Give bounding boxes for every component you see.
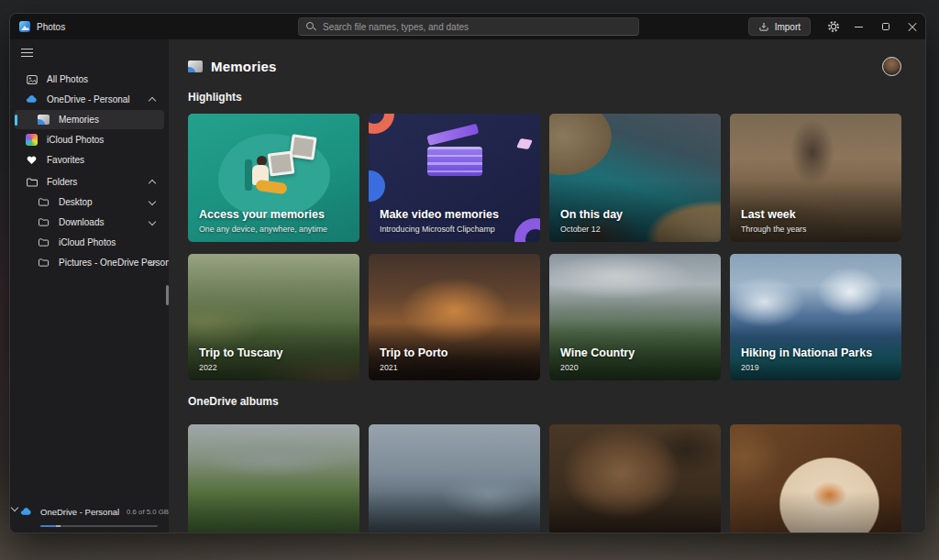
card-caption: Trip to Porto 2021 (380, 346, 531, 372)
card-camping-in-connemara[interactable]: Camping in Connemara (188, 424, 359, 533)
sidebar-item-icloud-photos[interactable]: iCloud Photos (15, 130, 164, 149)
close-button[interactable] (899, 14, 925, 39)
desktop-background: Photos Import (0, 0, 939, 560)
card-subtitle: 2021 (380, 363, 531, 372)
chevron-down-icon[interactable] (148, 199, 155, 206)
illustration-photo (268, 150, 295, 176)
card-gradient-overlay (369, 424, 540, 533)
all-photos-icon (25, 72, 39, 86)
window-body: All Photos OneDrive - Personal Memories (10, 39, 925, 533)
card-hiking-national-parks[interactable]: Hiking in National Parks 2019 (730, 254, 901, 380)
folder-icon (37, 195, 50, 209)
illustration-arc (369, 114, 394, 134)
card-title: Trip to Porto (380, 346, 531, 359)
storage-usage-text: 0.6 of 5.0 GB (127, 508, 169, 516)
card-title: Camping in Connemara (199, 532, 350, 533)
chevron-up-icon[interactable] (148, 96, 155, 104)
chevron-down-icon[interactable] (148, 259, 155, 267)
sidebar-item-label: Folders (47, 177, 77, 187)
chevron-down-icon[interactable] (148, 219, 155, 226)
search-box[interactable] (298, 17, 639, 36)
card-caption: Access your memories One any device, any… (199, 208, 350, 234)
close-icon (908, 22, 917, 31)
app-title: Photos (37, 22, 65, 32)
card-subtitle: One any device, anywhere, anytime (199, 225, 350, 234)
card-on-this-day[interactable]: On this day October 12 (549, 114, 721, 242)
hamburger-menu-icon[interactable] (21, 49, 33, 57)
sidebar-item-label: Desktop (59, 197, 93, 207)
card-food-pics[interactable]: Food Pics (730, 424, 901, 533)
import-button[interactable]: Import (748, 17, 811, 36)
card-title: Access your memories (199, 208, 350, 221)
maximize-icon (882, 23, 889, 30)
highlights-heading: Highlights (188, 91, 901, 104)
sidebar: All Photos OneDrive - Personal Memories (10, 39, 169, 533)
import-label: Import (775, 22, 801, 32)
card-trip-to-tuscany[interactable]: Trip to Tuscany 2022 (188, 254, 359, 380)
sidebar-item-favorites[interactable]: Favorites (15, 150, 164, 170)
sidebar-item-label: Pictures - OneDrive Personal (59, 258, 178, 268)
storage-account-label: OneDrive - Personal (40, 507, 119, 517)
page-title: Memories (211, 59, 277, 74)
selection-indicator (15, 115, 17, 126)
card-gradient-overlay (730, 424, 901, 533)
sidebar-item-label: iCloud Photos (47, 135, 104, 145)
chevron-up-icon[interactable] (148, 179, 155, 186)
storage-meter[interactable]: OneDrive - Personal 0.6 of 5.0 GB (10, 505, 169, 528)
search-icon (306, 22, 316, 32)
storage-progress-bar (40, 525, 158, 528)
clapperboard-icon (427, 136, 482, 176)
settings-button[interactable] (822, 14, 845, 39)
account-avatar[interactable] (882, 57, 901, 76)
sidebar-item-label: iCloud Photos (59, 237, 116, 247)
card-make-video-memories[interactable]: Make video memories Introducing Microsof… (369, 114, 540, 242)
card-title: Trip to Tuscany (199, 346, 350, 359)
heart-icon (25, 153, 39, 167)
memories-row: Trip to Tuscany 2022 Trip to Porto 2021 (188, 254, 901, 380)
onedrive-cloud-icon (25, 93, 39, 106)
main-content: Memories Highlights A (169, 39, 925, 533)
sidebar-item-onedrive[interactable]: OneDrive - Personal (15, 90, 164, 109)
sidebar-item-label: Favorites (47, 155, 84, 165)
gear-icon (827, 20, 840, 33)
card-title: Hiking in National Parks (741, 346, 892, 359)
card-caption: Trip to Tuscany 2022 (199, 346, 350, 372)
card-dog-days[interactable]: Dog Days (549, 424, 721, 533)
card-title: Cycling Trips (380, 532, 531, 533)
maximize-button[interactable] (872, 14, 899, 39)
sidebar-item-label: OneDrive - Personal (47, 94, 130, 104)
card-subtitle: 2022 (199, 363, 350, 372)
card-title: Make video memories (380, 208, 531, 221)
sidebar-item-label: Downloads (59, 217, 104, 227)
search-input[interactable] (323, 22, 631, 32)
sidebar-item-pictures[interactable]: Pictures - OneDrive Personal (15, 253, 164, 272)
card-trip-to-porto[interactable]: Trip to Porto 2021 (369, 254, 540, 380)
card-last-week[interactable]: Last week Through the years (730, 114, 901, 242)
card-subtitle: Through the years (741, 225, 892, 234)
card-access-your-memories[interactable]: Access your memories One any device, any… (188, 114, 359, 242)
sidebar-item-label: Memories (59, 115, 99, 125)
sidebar-item-folders[interactable]: Folders (15, 172, 164, 192)
card-gradient-overlay (549, 424, 721, 533)
minimize-button[interactable] (845, 14, 872, 39)
folder-icon (25, 175, 39, 189)
sidebar-item-icloud-folder[interactable]: iCloud Photos (15, 233, 164, 252)
card-wine-country[interactable]: Wine Country 2020 (549, 254, 721, 380)
storage-progress-fill (40, 525, 56, 528)
import-icon (758, 21, 769, 32)
illustration-chip (516, 138, 533, 149)
minimize-icon (855, 27, 863, 27)
card-title: Dog Days (560, 532, 712, 533)
sidebar-item-desktop[interactable]: Desktop (15, 192, 164, 212)
albums-row: Camping in Connemara Cycling Trips Dog D… (188, 424, 901, 533)
memories-page-icon (188, 60, 203, 72)
card-caption: Make video memories Introducing Microsof… (380, 208, 531, 234)
sidebar-item-downloads[interactable]: Downloads (15, 213, 164, 232)
folder-icon (37, 215, 50, 229)
card-subtitle: October 12 (560, 225, 712, 234)
titlebar: Photos Import (10, 14, 925, 39)
sidebar-item-all-photos[interactable]: All Photos (15, 70, 164, 89)
sidebar-item-memories[interactable]: Memories (15, 110, 164, 129)
card-cycling-trips[interactable]: Cycling Trips (369, 424, 540, 533)
onedrive-cloud-icon (19, 505, 33, 519)
